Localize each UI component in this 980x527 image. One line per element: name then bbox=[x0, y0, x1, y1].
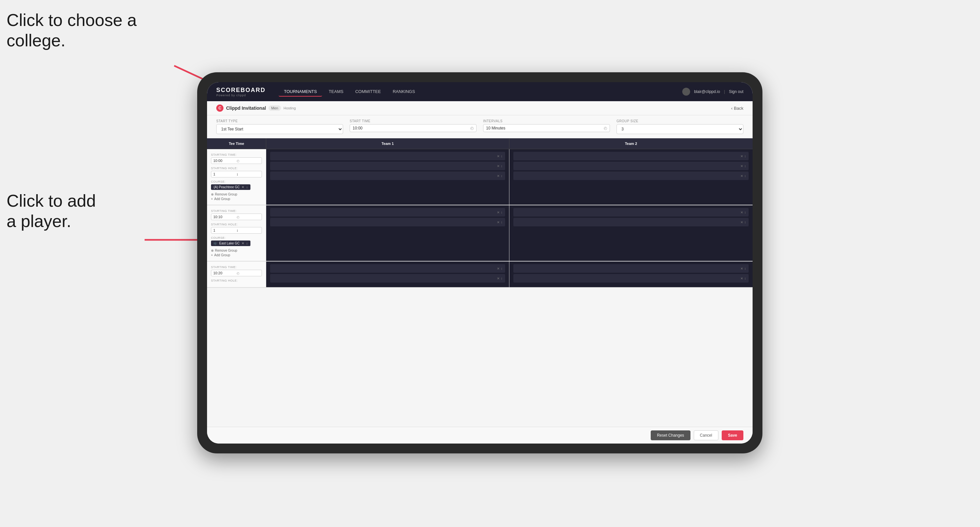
player-x-icon[interactable]: ✕ bbox=[497, 221, 500, 224]
player-x-icon[interactable]: ✕ bbox=[497, 267, 500, 270]
tee-row: STARTING TIME: 10:10 ◴ STARTING HOLE: 1 … bbox=[207, 205, 752, 262]
app-footer: Reset Changes Cancel Save bbox=[207, 427, 752, 444]
team1-cell-2: ✕ ↕ ✕ ↕ bbox=[266, 262, 509, 287]
intervals-value: 10 Minutes bbox=[486, 126, 604, 130]
player-arrows-icon[interactable]: ↕ bbox=[501, 277, 503, 280]
group-size-select[interactable]: 3 bbox=[617, 124, 743, 134]
player-arrows-icon[interactable]: ↕ bbox=[501, 267, 503, 270]
time-input-2[interactable]: 10:20 ◴ bbox=[211, 270, 262, 276]
player-arrows-icon[interactable]: ↕ bbox=[501, 221, 503, 224]
annotation-player: Click to adda player. bbox=[6, 190, 96, 232]
player-arrows-icon[interactable]: ↕ bbox=[745, 277, 746, 280]
player-arrows-icon[interactable]: ↕ bbox=[745, 221, 746, 224]
save-button[interactable]: Save bbox=[722, 430, 743, 440]
player-slot[interactable]: ✕ ↕ bbox=[513, 171, 749, 180]
hole-select-1[interactable]: 1 ↕ bbox=[211, 227, 262, 233]
team1-cell-0: ✕ ↕ ✕ ↕ ✕ bbox=[266, 149, 509, 205]
course-label-1: COURSE: bbox=[211, 236, 262, 240]
player-slot[interactable]: ✕ ↕ bbox=[513, 264, 749, 273]
player-slot[interactable]: ✕ ↕ bbox=[270, 171, 505, 180]
nav-tournaments[interactable]: TOURNAMENTS bbox=[279, 87, 322, 97]
team2-cell-0: ✕ ↕ ✕ ↕ ✕ bbox=[509, 149, 752, 205]
starting-hole-label-0: STARTING HOLE: bbox=[211, 167, 262, 170]
add-group-link-1[interactable]: + Add Group bbox=[211, 253, 262, 257]
player-x-icon[interactable]: ✕ bbox=[497, 277, 500, 280]
sign-out-link[interactable]: Sign out bbox=[729, 89, 743, 94]
course-badge-0[interactable]: (A) Peachtree GC ✕ ↕ bbox=[211, 184, 250, 190]
player-slot[interactable]: ✕ ↕ bbox=[270, 162, 505, 170]
player-arrows-icon[interactable]: ↕ bbox=[501, 174, 503, 178]
player-slot[interactable]: ✕ ↕ bbox=[513, 152, 749, 160]
player-x-icon[interactable]: ✕ bbox=[740, 211, 743, 214]
player-x-icon[interactable]: ✕ bbox=[497, 154, 500, 158]
player-slot[interactable]: ✕ ↕ bbox=[270, 218, 505, 226]
tee-row-left-0: STARTING TIME: 10:00 ◴ STARTING HOLE: 1 … bbox=[207, 149, 266, 205]
player-slot[interactable]: ✕ ↕ bbox=[270, 274, 505, 283]
player-x-icon[interactable]: ✕ bbox=[740, 154, 743, 158]
player-slot[interactable]: ✕ ↕ bbox=[513, 162, 749, 170]
intervals-label: Intervals bbox=[483, 119, 610, 123]
nav-teams[interactable]: TEAMS bbox=[323, 87, 349, 97]
player-arrows-icon[interactable]: ↕ bbox=[501, 164, 503, 168]
course-label-0: COURSE: bbox=[211, 180, 262, 183]
player-x-icon[interactable]: ✕ bbox=[740, 277, 743, 280]
player-arrows-icon[interactable]: ↕ bbox=[745, 211, 746, 214]
tee-row: STARTING TIME: 10:20 ◴ STARTING HOLE: ✕ … bbox=[207, 262, 752, 288]
start-type-select[interactable]: 1st Tee Start bbox=[216, 124, 343, 134]
remove-group-link-0[interactable]: ⊗ Remove Group bbox=[211, 192, 262, 196]
hosting-badge: Hosting bbox=[284, 106, 296, 110]
starting-hole-label-1: STARTING HOLE: bbox=[211, 223, 262, 226]
player-x-icon[interactable]: ✕ bbox=[497, 174, 500, 178]
player-arrows-icon[interactable]: ↕ bbox=[745, 174, 746, 178]
cancel-button[interactable]: Cancel bbox=[694, 430, 718, 440]
nav-rankings[interactable]: RANKINGS bbox=[387, 87, 420, 97]
player-x-icon[interactable]: ✕ bbox=[740, 174, 743, 178]
player-slot[interactable]: ✕ ↕ bbox=[513, 274, 749, 283]
add-group-link-0[interactable]: + Add Group bbox=[211, 197, 262, 201]
scoreboard-logo: SCOREBOARD Powered by clippd bbox=[216, 87, 266, 97]
sub-header: C Clippd Invitational Men Hosting ‹ Back bbox=[207, 101, 752, 115]
player-x-icon[interactable]: ✕ bbox=[497, 211, 500, 214]
user-avatar bbox=[682, 88, 690, 95]
col-team1: Team 1 bbox=[266, 138, 509, 149]
remove-group-link-1[interactable]: ⊗ Remove Group bbox=[211, 249, 262, 252]
starting-time-label-1: STARTING TIME: bbox=[211, 209, 262, 213]
time-input-0[interactable]: 10:00 ◴ bbox=[211, 157, 262, 164]
group-size-label: Group Size bbox=[617, 119, 743, 123]
hole-select-0[interactable]: 1 ↕ bbox=[211, 171, 262, 178]
player-slot[interactable]: ✕ ↕ bbox=[270, 152, 505, 160]
team2-cell-1: ✕ ↕ ✕ ↕ bbox=[509, 205, 752, 261]
col-tee-time: Tee Time bbox=[207, 138, 266, 149]
player-slot[interactable]: ✕ ↕ bbox=[270, 208, 505, 216]
player-arrows-icon[interactable]: ↕ bbox=[745, 267, 746, 270]
player-x-icon[interactable]: ✕ bbox=[740, 164, 743, 168]
player-slot[interactable]: ✕ ↕ bbox=[513, 208, 749, 216]
starting-hole-label-2: STARTING HOLE: bbox=[211, 279, 262, 282]
form-bar: Start Type 1st Tee Start Start Time ◴ In… bbox=[207, 115, 752, 138]
user-email: blair@clippd.io bbox=[694, 89, 720, 94]
start-time-input[interactable] bbox=[353, 126, 470, 130]
table-header: Tee Time Team 1 Team 2 bbox=[207, 138, 752, 149]
tee-row-left-2: STARTING TIME: 10:20 ◴ STARTING HOLE: bbox=[207, 262, 266, 287]
player-x-icon[interactable]: ✕ bbox=[740, 221, 743, 224]
start-type-group: Start Type 1st Tee Start bbox=[216, 119, 343, 134]
starting-time-label-2: STARTING TIME: bbox=[211, 265, 262, 269]
back-button[interactable]: ‹ Back bbox=[731, 106, 743, 111]
player-arrows-icon[interactable]: ↕ bbox=[745, 164, 746, 168]
player-slot[interactable]: ✕ ↕ bbox=[513, 218, 749, 226]
course-badge-1[interactable]: 🎼 East Lake GC ✕ ↕ bbox=[211, 241, 250, 246]
time-input-1[interactable]: 10:10 ◴ bbox=[211, 214, 262, 220]
start-type-label: Start Type bbox=[216, 119, 343, 123]
tee-row-left-1: STARTING TIME: 10:10 ◴ STARTING HOLE: 1 … bbox=[207, 205, 266, 261]
nav-committee[interactable]: COMMITTEE bbox=[350, 87, 386, 97]
player-arrows-icon[interactable]: ↕ bbox=[501, 154, 503, 158]
team2-cell-2: ✕ ↕ ✕ ↕ bbox=[509, 262, 752, 287]
annotation-college: Click to choose acollege. bbox=[6, 10, 137, 51]
player-arrows-icon[interactable]: ↕ bbox=[501, 211, 503, 214]
tablet-screen: SCOREBOARD Powered by clippd TOURNAMENTS… bbox=[207, 82, 752, 444]
reset-button[interactable]: Reset Changes bbox=[651, 430, 690, 440]
player-slot[interactable]: ✕ ↕ bbox=[270, 264, 505, 273]
player-x-icon[interactable]: ✕ bbox=[740, 267, 743, 270]
player-x-icon[interactable]: ✕ bbox=[497, 164, 500, 168]
player-arrows-icon[interactable]: ↕ bbox=[745, 154, 746, 158]
